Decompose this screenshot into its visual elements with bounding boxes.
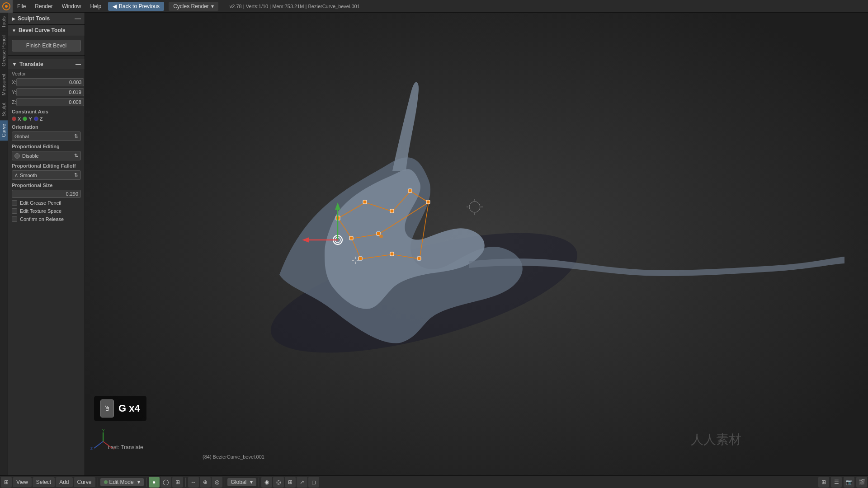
axis-y-button[interactable]: Y: [23, 116, 32, 122]
3d-viewport[interactable]: User Ortho: [85, 13, 868, 475]
menu-help[interactable]: Help: [85, 0, 106, 12]
left-vertical-tabs: Tools Grease Pencil Measureit Sculpt Cur…: [0, 13, 8, 475]
orientation-dropdown[interactable]: Global ⇅: [12, 131, 81, 141]
back-to-previous-button[interactable]: ◀ Back to Previous: [108, 2, 164, 11]
y-label: Y:: [12, 89, 16, 95]
vector-label: Vector: [8, 69, 85, 77]
translate-collapse[interactable]: —: [75, 61, 81, 67]
back-arrow-icon: ◀: [113, 3, 117, 9]
menu-render[interactable]: Render: [30, 0, 57, 12]
knife-icon[interactable]: ◻: [308, 477, 319, 488]
sculpt-tools-collapse[interactable]: —: [75, 15, 81, 22]
edit-texture-space-row[interactable]: Edit Texture Space: [8, 207, 85, 215]
proportional2-icon[interactable]: ◎: [273, 477, 284, 488]
vector-x-input[interactable]: [16, 78, 84, 86]
svg-rect-21: [377, 232, 380, 235]
bottombar-view-icon[interactable]: ⊞: [1, 477, 12, 488]
bottombar-select-menu[interactable]: Select: [33, 477, 55, 487]
prop-editing-icon: [14, 153, 20, 159]
render-engine-dropdown[interactable]: Cycles Render ▾: [169, 2, 218, 11]
settings-icon[interactable]: ⊞: [818, 477, 829, 488]
mode-indicator-dot: [104, 480, 108, 484]
bottombar-sep-3: [185, 478, 186, 487]
sculpt-tools-header[interactable]: ▶ Sculpt Tools —: [8, 13, 85, 25]
axis-z-button[interactable]: Z: [34, 116, 43, 122]
prop-editing-arrow-icon: ⇅: [74, 153, 78, 159]
confirm-on-release-checkbox[interactable]: [12, 216, 17, 222]
vert-select-icon[interactable]: ●: [149, 477, 160, 488]
svg-rect-16: [363, 200, 367, 204]
shortcut-text: G x4: [118, 403, 140, 414]
edit-grease-pencil-checkbox[interactable]: [12, 200, 17, 206]
svg-rect-24: [417, 257, 421, 260]
record-icon[interactable]: 🎬: [856, 477, 867, 488]
loop-cut-icon[interactable]: ↗: [297, 477, 307, 488]
tab-tools[interactable]: Tools: [0, 13, 8, 32]
edit-grease-pencil-label: Edit Grease Pencil: [20, 200, 61, 206]
bottombar-view-menu[interactable]: View: [13, 477, 32, 487]
axis-x-dot: [12, 117, 16, 121]
prop-size-label: Proportional Size: [8, 181, 85, 189]
prop-editing-dropdown[interactable]: Disable ⇅: [12, 151, 81, 160]
orientation-dropdown[interactable]: Global ▾: [227, 478, 257, 486]
svg-rect-20: [349, 236, 353, 240]
edit-texture-space-checkbox[interactable]: [12, 208, 17, 214]
edit-mode-dropdown[interactable]: Edit Mode ▾: [100, 478, 144, 486]
proportional-icon[interactable]: ◎: [212, 477, 222, 488]
orientation-label: Orientation: [8, 122, 85, 131]
dropdown-arrow-icon: ▾: [211, 3, 214, 9]
main-menu: File Render Window Help: [13, 0, 106, 12]
bevel-curve-tools-header[interactable]: ▼ Bevel Curve Tools: [8, 25, 85, 36]
edge-select-icon[interactable]: ◯: [160, 477, 171, 488]
menu-file[interactable]: File: [13, 0, 30, 12]
status-text: v2.78 | Verts:1/10 | Mem:753.21M | Bezie…: [230, 4, 360, 9]
bottombar-sep-2: [146, 478, 146, 487]
tab-curve[interactable]: Curve: [0, 120, 8, 141]
edit-grease-pencil-row[interactable]: Edit Grease Pencil: [8, 199, 85, 207]
prop-falloff-arrow-icon: ⇅: [74, 172, 78, 178]
transform-icon[interactable]: ↔: [188, 477, 199, 488]
snap-icon[interactable]: ⊕: [200, 477, 211, 488]
menu-window[interactable]: Window: [57, 0, 86, 12]
tab-grease-pencil[interactable]: Grease Pencil: [0, 32, 8, 70]
vector-y-row: Y:: [8, 87, 85, 97]
tab-sculpt[interactable]: Sculpt: [0, 99, 8, 120]
prop-falloff-dropdown[interactable]: ∧ Smooth ⇅: [12, 170, 81, 180]
object-info: (84) BezierCurve_bevel.001: [203, 454, 264, 460]
vector-z-input[interactable]: [16, 98, 84, 106]
prop-size-row: [8, 189, 85, 199]
translate-arrow: ▼: [12, 61, 17, 67]
svg-rect-22: [359, 257, 362, 260]
tab-measureit[interactable]: Measureit: [0, 70, 8, 99]
vector-z-row: Z:: [8, 97, 85, 107]
svg-point-1: [5, 5, 8, 8]
prop-editing-label: Proportional Editing: [8, 142, 85, 150]
mirror-icon[interactable]: ⊞: [285, 477, 296, 488]
bottombar-right: ⊞ ☰ 📷 🎬: [818, 477, 867, 488]
blender-logo: [0, 0, 13, 13]
mouse-icon: 🖱: [100, 399, 114, 418]
prop-size-input[interactable]: [12, 190, 81, 198]
bottombar-add-menu[interactable]: Add: [56, 477, 72, 487]
axis-x-button[interactable]: X: [12, 116, 21, 122]
last-operation-label: Last: Translate: [108, 444, 143, 450]
constraint-axis-label: Constraint Axis: [8, 107, 85, 115]
camera-icon[interactable]: 📷: [844, 477, 854, 488]
render-icon[interactable]: ☰: [831, 477, 842, 488]
confirm-on-release-row[interactable]: Confirm on Release: [8, 215, 85, 223]
axis-y-text: Y: [28, 116, 32, 122]
edit-texture-space-label: Edit Texture Space: [20, 208, 61, 214]
translate-header[interactable]: ▼ Translate —: [8, 59, 85, 69]
3d-scene[interactable]: [85, 13, 868, 475]
smooth-icon: ∧: [14, 172, 18, 178]
vector-y-input[interactable]: [16, 88, 84, 96]
face-select-icon[interactable]: ⊞: [172, 477, 183, 488]
svg-rect-18: [408, 189, 412, 192]
bottombar-curve-menu[interactable]: Curve: [74, 477, 95, 487]
svg-rect-19: [426, 200, 430, 204]
finish-edit-bevel-button[interactable]: Finish Edit Bevel: [12, 40, 81, 52]
svg-point-27: [379, 235, 383, 238]
svg-rect-17: [390, 209, 394, 213]
bevel-tools-arrow: ▼: [12, 28, 16, 33]
snap-target-icon[interactable]: ◉: [261, 477, 272, 488]
